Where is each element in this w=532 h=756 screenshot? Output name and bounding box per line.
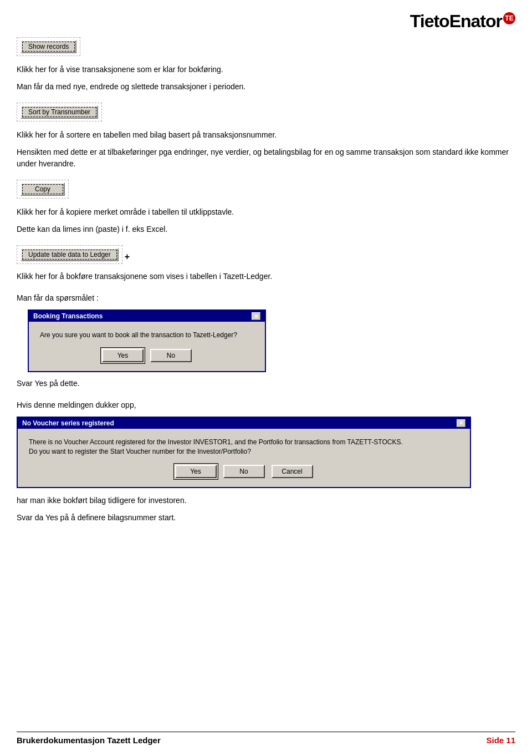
update-button-row: Update table data to Ledger + [17, 245, 515, 268]
booking-dialog: Booking Transactions ✕ Are you sure you … [28, 309, 266, 372]
booking-dialog-message: Are you sure you want to book all the tr… [40, 331, 254, 340]
copy-button[interactable]: Copy [21, 182, 65, 196]
logo: TietoEnator TE [410, 11, 515, 32]
voucher-dialog-message: There is no Voucher Account registered f… [29, 438, 459, 456]
sort-transnumber-section: Sort by Transnumber Klikk her for å sort… [17, 103, 515, 170]
show-records-button-wrapper: Show records [17, 37, 80, 56]
copy-desc1: Klikk her for å kopiere merket område i … [17, 206, 515, 218]
show-records-desc2: Man får da med nye, endrede og slettede … [17, 81, 515, 93]
voucher-dialog-content: There is no Voucher Account registered f… [18, 429, 470, 488]
booking-dialog-buttons: Yes No [40, 349, 254, 362]
booking-dialog-titlebar: Booking Transactions ✕ [29, 311, 265, 322]
copy-section: Copy Klikk her for å kopiere merket områ… [17, 180, 515, 235]
booking-dialog-section: Man får da spørsmålet : Booking Transact… [17, 292, 515, 389]
show-records-button[interactable]: Show records [21, 40, 76, 53]
voucher-desc2: Svar da Yes på å definere bilagsnummer s… [17, 512, 515, 524]
page-container: TietoEnator TE Show records Klikk her fo… [0, 0, 532, 756]
copy-button-wrapper: Copy [17, 180, 69, 199]
voucher-cancel-button[interactable]: Cancel [272, 465, 313, 478]
sort-transnumber-button-wrapper: Sort by Transnumber [17, 103, 102, 121]
voucher-dialog-section: Hvis denne meldingen dukker opp, No Vouc… [17, 399, 515, 524]
show-records-desc1: Klikk her for å vise transaksjonene som … [17, 64, 515, 75]
voucher-yes-button[interactable]: Yes [175, 465, 217, 478]
voucher-dialog-buttons: Yes No Cancel [29, 465, 459, 478]
voucher-dialog-titlebar: No Voucher series registered ✕ [18, 418, 470, 429]
voucher-dialog-title: No Voucher series registered [22, 419, 114, 427]
voucher-dialog-close[interactable]: ✕ [457, 419, 466, 427]
booking-dialog-content: Are you sure you want to book all the tr… [29, 322, 265, 371]
voucher-prompt: Hvis denne meldingen dukker opp, [17, 399, 515, 411]
update-ledger-section: Update table data to Ledger + Klikk her … [17, 245, 515, 282]
page-footer: Brukerdokumentasjon Tazett Ledger Side 1… [17, 732, 515, 745]
logo-text: TietoEnator [410, 11, 502, 32]
sort-desc1: Klikk her for å sortere en tabellen med … [17, 129, 515, 141]
voucher-no-button[interactable]: No [223, 465, 265, 478]
voucher-desc1: har man ikke bokført bilag tidligere for… [17, 495, 515, 506]
page-header: TietoEnator TE [17, 11, 515, 32]
show-records-section: Show records Klikk her for å vise transa… [17, 37, 515, 93]
sort-transnumber-button[interactable]: Sort by Transnumber [21, 105, 98, 119]
booking-dialog-title: Booking Transactions [33, 312, 103, 320]
update-button-wrapper: Update table data to Ledger [17, 245, 122, 264]
update-ledger-button[interactable]: Update table data to Ledger [21, 248, 119, 261]
booking-dialog-close[interactable]: ✕ [252, 312, 260, 320]
footer-title: Brukerdokumentasjon Tazett Ledger [17, 735, 161, 745]
sort-desc2: Hensikten med dette er at tilbakeføringe… [17, 146, 515, 170]
footer-page: Side 11 [486, 735, 515, 745]
plus-icon: + [125, 252, 130, 262]
booking-no-button[interactable]: No [150, 349, 192, 362]
update-desc: Klikk her for å bokføre transaksjonene s… [17, 271, 515, 282]
svar-yes-text: Svar Yes på dette. [17, 378, 515, 389]
booking-prompt: Man får da spørsmålet : [17, 292, 515, 304]
voucher-dialog: No Voucher series registered ✕ There is … [17, 417, 471, 489]
booking-yes-button[interactable]: Yes [102, 349, 144, 362]
logo-badge: TE [503, 12, 515, 24]
copy-desc2: Dette kan da limes inn (paste) i f. eks … [17, 224, 515, 235]
